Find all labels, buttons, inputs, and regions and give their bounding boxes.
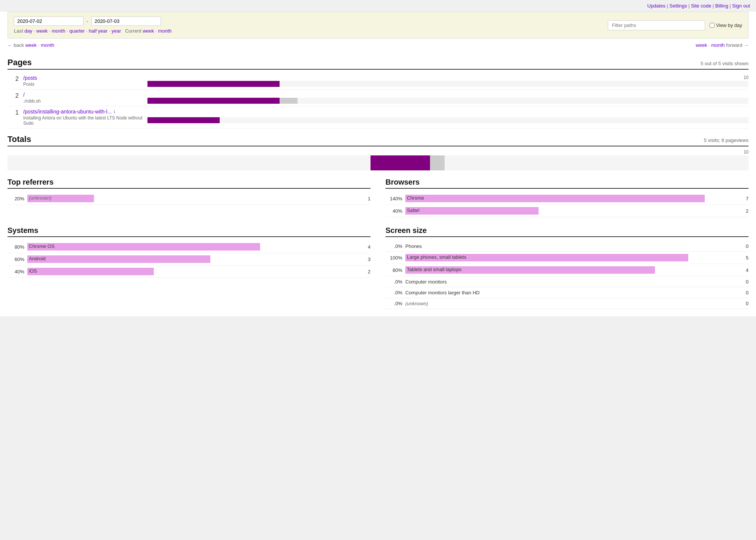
stat-count: 4 <box>363 244 371 250</box>
stat-row: .0% (unknown) 0 <box>385 298 749 309</box>
view-by-day-checkbox[interactable] <box>710 23 714 28</box>
date-separator: - <box>86 18 88 24</box>
current-month-link[interactable]: month <box>158 28 171 34</box>
navigation-row: ← back week · month week · month forward… <box>7 39 749 52</box>
stat-bar <box>27 243 260 251</box>
stat-pct: .0% <box>385 290 402 295</box>
chart-bar-purple <box>147 98 280 104</box>
last-month-link[interactable]: month <box>52 28 65 34</box>
forward-nav: week · month forward → <box>696 42 749 48</box>
page-count: 2 <box>7 75 19 87</box>
forward-month-link[interactable]: month <box>711 42 725 48</box>
expand-icon[interactable]: ↕ <box>113 109 116 114</box>
stat-label: (unknown) <box>29 195 52 201</box>
totals-section: Totals 5 visits; 8 pageviews 10 <box>7 134 749 170</box>
billing-link[interactable]: Billing <box>715 3 728 9</box>
page-link[interactable]: /posts <box>23 75 143 81</box>
pages-section: Pages 5 out of 5 visits shown 2 /posts P… <box>7 58 749 128</box>
stat-row: 60% Android 3 <box>7 253 371 266</box>
stat-pct: .0% <box>385 243 402 249</box>
stat-pct: 40% <box>385 208 402 214</box>
totals-meta: 5 visits; 8 pageviews <box>704 137 749 143</box>
stat-row: .0% Computer monitors larger than HD 0 <box>385 287 749 298</box>
stat-bar-container: Computer monitors larger than HD <box>405 289 738 295</box>
stat-bar-container: (unknown) <box>27 195 360 202</box>
page-row: 2 / ./robb.sh <box>7 90 749 106</box>
last-year-link[interactable]: year <box>112 28 121 34</box>
stat-label: Tablets and small laptops <box>407 267 461 272</box>
stat-label: iOS <box>29 268 37 274</box>
stat-pct: 80% <box>385 267 402 273</box>
stat-bar-container: Chrome <box>405 195 738 202</box>
date-range: - <box>14 16 172 26</box>
stat-count: 0 <box>741 279 749 285</box>
screen-size-title: Screen size <box>385 226 749 237</box>
totals-title: Totals <box>7 134 31 144</box>
stat-count: 2 <box>363 269 371 274</box>
stat-pct: .0% <box>385 279 402 285</box>
last-quarter-link[interactable]: quarter <box>69 28 85 34</box>
last-halfyear-link[interactable]: half year <box>89 28 107 34</box>
forward-week-link[interactable]: week <box>696 42 707 48</box>
stat-row: 20% (unknown) 1 <box>7 192 371 205</box>
stat-row: .0% Phones 0 <box>385 241 749 252</box>
chart-bar-purple <box>147 81 280 87</box>
stat-label: Chrome <box>407 195 424 201</box>
chart-track <box>147 98 749 104</box>
stat-bar <box>405 195 705 202</box>
current-week-link[interactable]: week <box>143 28 154 34</box>
chart-track <box>147 81 749 87</box>
filter-paths-input[interactable] <box>608 20 705 30</box>
page-count: 2 <box>7 92 19 104</box>
stat-row: 140% Chrome 7 <box>385 192 749 205</box>
stat-count: 3 <box>363 257 371 262</box>
top-navigation: Updates | Settings | Site code | Billing… <box>0 0 756 12</box>
page-row: 1 /posts/installing-antora-ubuntu-with-l… <box>7 106 749 128</box>
stat-label: Large phones, small tablets <box>407 254 466 260</box>
stat-pct: 100% <box>385 255 402 261</box>
stat-bar-container: Chrome OS <box>27 243 360 251</box>
browsers-title: Browsers <box>385 178 749 189</box>
stat-pct: 20% <box>7 196 24 201</box>
stat-count: 2 <box>741 208 749 214</box>
view-by-day-toggle[interactable]: View by day <box>710 22 742 28</box>
stat-count: 1 <box>363 196 371 201</box>
stat-row: 100% Large phones, small tablets 5 <box>385 252 749 264</box>
page-subtitle: Installing Antora on Ubuntu with the lat… <box>23 115 143 126</box>
totals-chart: 10 <box>7 149 749 170</box>
back-month-link[interactable]: month <box>41 42 54 48</box>
date-from-input[interactable] <box>14 16 83 26</box>
stat-pct: 60% <box>7 257 24 262</box>
site-code-link[interactable]: Site code <box>691 3 711 9</box>
filter-bar-right: View by day <box>608 20 742 30</box>
updates-link[interactable]: Updates <box>647 3 665 9</box>
two-col-layout: Top referrers 20% (unknown) 1 Browsers 1… <box>7 178 749 309</box>
stat-pct: 80% <box>7 244 24 250</box>
last-day-link[interactable]: day <box>24 28 32 34</box>
page-link[interactable]: / <box>23 92 143 98</box>
page-link[interactable]: /posts/installing-antora-ubuntu-with-l..… <box>23 109 112 115</box>
stat-count: 0 <box>741 301 749 306</box>
stat-bar-container: Phones <box>405 243 738 249</box>
sign-out-link[interactable]: Sign out <box>732 3 750 9</box>
date-to-input[interactable] <box>91 16 161 26</box>
stat-pct: 40% <box>7 269 24 274</box>
settings-link[interactable]: Settings <box>670 3 687 9</box>
systems-title: Systems <box>7 226 371 237</box>
stat-count: 7 <box>741 196 749 201</box>
totals-bar-purple <box>371 155 430 170</box>
chart-area <box>147 92 749 104</box>
totals-header: Totals 5 visits; 8 pageviews <box>7 134 749 146</box>
filter-bar-left: - Last day · week · month · quarter · ha… <box>14 16 172 34</box>
stat-bar <box>405 207 539 215</box>
stat-bar <box>27 255 210 263</box>
pages-meta: 5 out of 5 visits shown <box>701 61 749 66</box>
browsers-section: Browsers 140% Chrome 7 40% Safari 2 <box>385 178 749 217</box>
back-week-link[interactable]: week <box>25 42 37 48</box>
page-info: / ./robb.sh <box>23 92 143 104</box>
back-arrow: ← back <box>7 42 25 48</box>
stat-label: (unknown) <box>405 301 428 306</box>
last-week-link[interactable]: week <box>36 28 48 34</box>
stat-bar-container: Android <box>27 255 360 263</box>
chart-bar-purple <box>147 117 220 123</box>
